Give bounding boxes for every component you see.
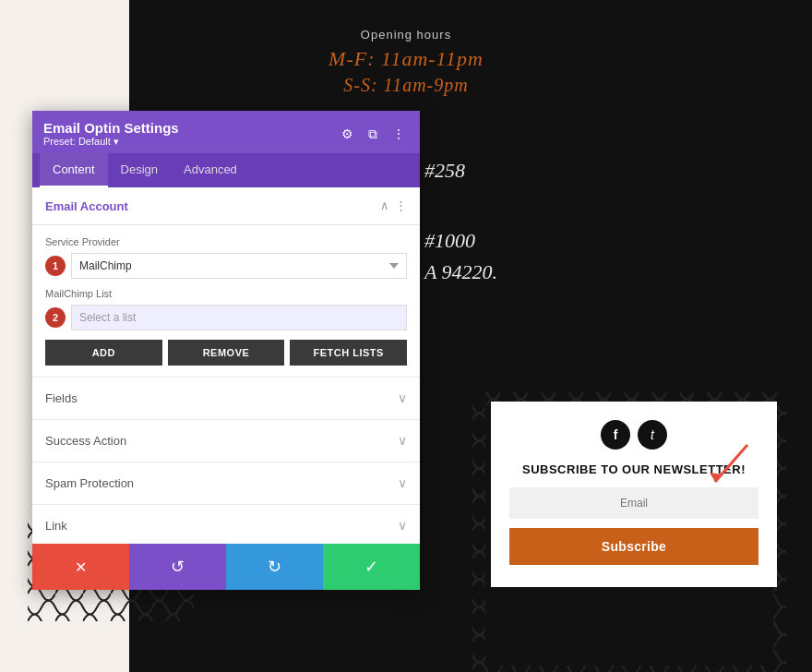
success-action-label: Success Action: [45, 434, 126, 448]
spam-protection-chevron-icon: ∨: [398, 475, 407, 491]
panel-more-icon[interactable]: ⋮: [388, 125, 409, 143]
opening-hours-section: Opening hours M-F: 11am-11pm S-S: 11am-9…: [0, 28, 812, 96]
link-section: Link ∨: [32, 505, 420, 547]
redo-button[interactable]: ↻: [226, 544, 323, 590]
panel-header-icons: ⚙ ⧉ ⋮: [338, 125, 409, 144]
fields-section: Fields ∨: [32, 378, 420, 420]
address-1000: #1000: [424, 229, 475, 253]
spam-protection-label: Spam Protection: [45, 476, 134, 490]
address-ca: A 94220.: [424, 260, 497, 284]
success-action-chevron-icon: ∨: [398, 433, 407, 449]
link-label: Link: [45, 519, 67, 533]
section-more-icon[interactable]: ⋮: [395, 198, 407, 213]
fields-label: Fields: [45, 391, 78, 405]
link-chevron-icon: ∨: [398, 518, 407, 534]
add-button[interactable]: ADD: [45, 340, 162, 366]
success-action-header[interactable]: Success Action ∨: [32, 420, 420, 462]
action-buttons-row: ADD REMOVE FETCH LISTS: [45, 340, 407, 366]
step-badge-2: 2: [45, 307, 66, 328]
tab-design[interactable]: Design: [108, 153, 171, 187]
panel-body: Email Account ∧ ⋮ Service Provider 1 Mai…: [32, 187, 420, 590]
cancel-button[interactable]: ✕: [32, 544, 129, 590]
panel-tabs: Content Design Advanced: [32, 153, 420, 187]
service-provider-select[interactable]: MailChimp: [71, 253, 407, 279]
address-258: #258: [424, 159, 465, 183]
panel-settings-icon[interactable]: ⚙: [338, 125, 357, 143]
mailchimp-list-input[interactable]: [71, 305, 407, 330]
panel-title-area: Email Optin Settings Preset: Default ▾: [43, 120, 179, 148]
email-account-title: Email Account: [45, 199, 128, 213]
panel-preset: Preset: Default ▾: [43, 136, 179, 148]
undo-icon: ↺: [171, 557, 185, 577]
facebook-icon[interactable]: f: [601, 420, 630, 450]
email-account-section-header: Email Account ∧ ⋮: [32, 187, 420, 225]
redo-icon: ↻: [268, 557, 281, 577]
service-provider-row: 1 MailChimp: [45, 253, 407, 279]
panel-title: Email Optin Settings: [43, 120, 179, 136]
spam-protection-header[interactable]: Spam Protection ∨: [32, 462, 420, 504]
spam-protection-section: Spam Protection ∨: [32, 462, 420, 505]
success-action-section: Success Action ∨: [32, 420, 420, 462]
form-section: Service Provider 1 MailChimp MailChimp L…: [32, 225, 420, 378]
tab-advanced[interactable]: Advanced: [171, 153, 250, 187]
fetch-lists-button[interactable]: FETCH LISTS: [290, 340, 407, 366]
mailchimp-list-label: MailChimp List: [45, 288, 407, 299]
hours-weekend: S-S: 11am-9pm: [0, 75, 812, 96]
cancel-icon: ✕: [75, 558, 87, 576]
red-arrow-icon: [697, 436, 761, 504]
section-header-icons: ∧ ⋮: [380, 198, 407, 213]
step-badge-1: 1: [45, 256, 66, 276]
link-header[interactable]: Link ∨: [32, 505, 420, 546]
confirm-icon: ✓: [364, 557, 378, 577]
mailchimp-list-row: 2: [45, 305, 407, 330]
twitter-icon[interactable]: t: [638, 420, 667, 450]
tab-content[interactable]: Content: [40, 153, 108, 187]
settings-panel: Email Optin Settings Preset: Default ▾ ⚙…: [32, 111, 420, 590]
fields-chevron-icon: ∨: [398, 390, 407, 406]
hours-weekday: M-F: 11am-11pm: [0, 47, 812, 71]
panel-preset-text: Preset: Default: [43, 136, 111, 147]
preset-arrow-icon[interactable]: ▾: [113, 136, 119, 147]
opening-hours-label: Opening hours: [0, 28, 812, 42]
confirm-button[interactable]: ✓: [323, 544, 420, 590]
action-bar: ✕ ↺ ↻ ✓: [32, 544, 420, 590]
section-collapse-icon[interactable]: ∧: [380, 198, 389, 213]
fields-header[interactable]: Fields ∨: [32, 378, 420, 419]
remove-button[interactable]: REMOVE: [168, 340, 285, 366]
panel-header: Email Optin Settings Preset: Default ▾ ⚙…: [32, 111, 420, 153]
undo-button[interactable]: ↺: [129, 544, 226, 590]
service-provider-label: Service Provider: [45, 236, 407, 247]
subscribe-button[interactable]: Subscribe: [509, 528, 758, 565]
panel-split-icon[interactable]: ⧉: [364, 125, 381, 144]
